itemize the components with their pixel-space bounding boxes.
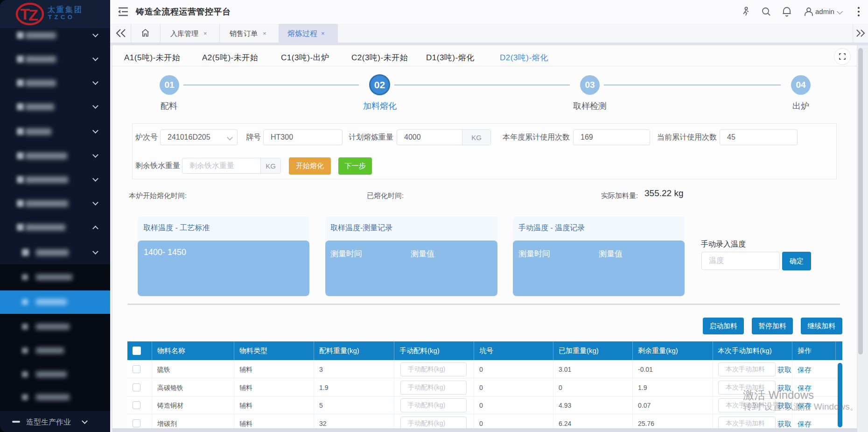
svg-text:Z: Z: [28, 6, 38, 24]
